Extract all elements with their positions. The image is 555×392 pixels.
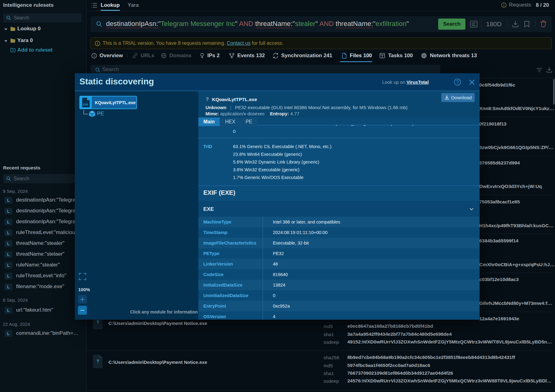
svg-text:EXE: EXE	[83, 103, 88, 106]
